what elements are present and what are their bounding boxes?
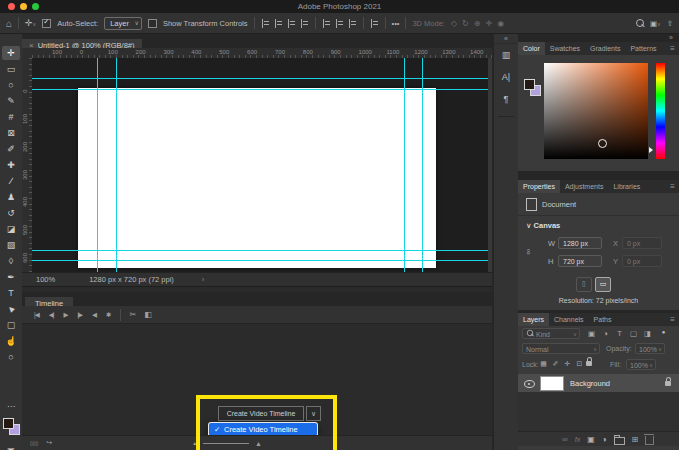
guide-horizontal[interactable] xyxy=(32,250,492,251)
transition-icon[interactable]: ◧ xyxy=(144,310,151,319)
hue-slider[interactable] xyxy=(656,63,665,159)
eyedropper-tool[interactable]: ✐ xyxy=(2,142,20,156)
type-tool[interactable]: T xyxy=(2,286,20,300)
timeline-settings-icon[interactable]: ✱ xyxy=(106,311,110,319)
filter-smart-objects-icon[interactable]: ◨ xyxy=(642,329,653,338)
guide-vertical[interactable] xyxy=(97,58,98,272)
paragraph-panel-icon[interactable]: ¶ xyxy=(494,88,518,110)
crop-tool[interactable]: # xyxy=(2,110,20,124)
tab-gradients[interactable]: Gradients xyxy=(585,42,625,55)
align-left-icon[interactable] xyxy=(261,19,270,28)
go-to-first-frame-icon[interactable]: |◀ xyxy=(34,311,39,319)
blur-tool[interactable]: ◊ xyxy=(2,254,20,268)
guide-vertical[interactable] xyxy=(116,58,117,272)
convert-to-frame-animation-icon[interactable]: ▯▯▯ xyxy=(30,440,38,446)
hue-slider-marker[interactable] xyxy=(649,147,653,153)
lock-all-icon[interactable] xyxy=(586,361,592,366)
quick-selection-tool[interactable]: ✎ xyxy=(2,94,20,108)
share-icon[interactable]: ⇧ xyxy=(667,19,673,28)
status-chevron-icon[interactable]: › xyxy=(202,275,205,284)
render-video-icon[interactable]: ↪ xyxy=(46,439,52,447)
align-top-icon[interactable] xyxy=(300,19,309,28)
quick-mask-icon[interactable]: ▣ xyxy=(2,444,20,450)
lock-artboard-icon[interactable]: ⊡ xyxy=(574,360,585,368)
fill-field[interactable]: 100%∨ xyxy=(626,359,656,370)
landscape-orientation-button[interactable]: ▭ xyxy=(595,277,611,292)
workspace-switcher[interactable]: ▣∨ xyxy=(650,19,661,28)
y-field[interactable]: 0 px xyxy=(622,255,662,267)
layer-filter-dropdown[interactable]: Kind∨ xyxy=(522,328,580,339)
width-field[interactable]: 1280 px xyxy=(558,237,602,249)
history-brush-tool[interactable]: ↺ xyxy=(2,206,20,220)
hand-tool[interactable]: ☝ xyxy=(2,334,20,348)
filter-pixel-layers-icon[interactable]: ▣ xyxy=(586,329,597,338)
filter-type-layers-icon[interactable]: T xyxy=(614,329,625,338)
zoom-level[interactable]: 100% xyxy=(36,275,55,284)
frame-tool[interactable]: ⊠ xyxy=(2,126,20,140)
panel-menu-icon[interactable]: ≡ xyxy=(670,313,679,326)
layer-name[interactable]: Background xyxy=(570,379,610,388)
guide-vertical[interactable] xyxy=(422,58,423,272)
tab-swatches[interactable]: Swatches xyxy=(545,42,585,55)
more-tools-button[interactable]: ⋯ xyxy=(2,400,20,414)
layer-mask-icon[interactable]: ▣ xyxy=(587,435,595,444)
mute-audio-icon[interactable]: ◀ xyxy=(92,311,96,319)
clone-stamp-tool[interactable]: ♟ xyxy=(2,190,20,204)
link-layers-icon[interactable]: ∞ xyxy=(562,435,568,444)
show-transform-checkbox[interactable] xyxy=(148,19,157,28)
distribute-spacing-icon[interactable] xyxy=(370,19,379,28)
more-options-button[interactable]: ••• xyxy=(392,19,400,28)
marquee-tool[interactable]: ▭ xyxy=(2,62,20,76)
tab-patterns[interactable]: Patterns xyxy=(625,42,661,55)
align-center-vertical-icon[interactable] xyxy=(322,19,331,28)
opacity-field[interactable]: 100%∨ xyxy=(635,343,665,354)
character-panel-icon[interactable]: A| xyxy=(494,66,518,88)
gradient-tool[interactable]: ▨ xyxy=(2,238,20,252)
guide-horizontal[interactable] xyxy=(32,89,492,90)
filter-shape-layers-icon[interactable]: ▢ xyxy=(628,329,639,338)
blend-mode-dropdown[interactable]: Normal∨ xyxy=(522,343,600,354)
pen-tool[interactable]: ✒ xyxy=(2,270,20,284)
portrait-orientation-button[interactable]: ▯ xyxy=(576,277,592,292)
guide-vertical[interactable] xyxy=(404,58,405,272)
layer-thumbnail[interactable] xyxy=(540,376,564,391)
canvas[interactable] xyxy=(78,88,436,268)
x-field[interactable]: 0 px xyxy=(622,237,662,249)
tab-libraries[interactable]: Libraries xyxy=(608,180,645,193)
healing-brush-tool[interactable]: ✚ xyxy=(2,158,20,172)
search-icon[interactable] xyxy=(636,19,644,27)
filter-pin-icon[interactable]: ● xyxy=(658,329,669,335)
link-dimensions-icon[interactable]: ∞ xyxy=(524,249,533,255)
auto-select-checkbox[interactable] xyxy=(42,19,51,28)
align-bottom-icon[interactable] xyxy=(335,19,344,28)
tab-adjustments[interactable]: Adjustments xyxy=(560,180,609,193)
color-field[interactable] xyxy=(544,63,648,159)
layer-visibility-eye-icon[interactable] xyxy=(524,380,535,388)
lasso-tool[interactable]: ○ xyxy=(2,78,20,92)
group-layers-icon[interactable] xyxy=(614,437,625,445)
layer-row-background[interactable]: Background xyxy=(518,374,679,392)
zoom-tool[interactable]: ○ xyxy=(2,350,20,364)
histogram-panel-icon[interactable]: ▥ xyxy=(494,44,518,66)
tab-paths[interactable]: Paths xyxy=(589,313,617,326)
expand-panels-icon[interactable]: « xyxy=(494,34,518,44)
collapse-panels-icon[interactable]: » xyxy=(669,34,673,42)
go-to-previous-frame-icon[interactable]: ◀| xyxy=(49,311,54,319)
align-right-icon[interactable] xyxy=(287,19,296,28)
layer-effects-icon[interactable]: fx xyxy=(575,436,580,443)
delete-layer-icon[interactable] xyxy=(645,436,654,445)
guide-horizontal[interactable] xyxy=(32,78,492,79)
brush-tool[interactable]: ∕ xyxy=(2,174,20,188)
canvas-section-chevron-icon[interactable]: ∨ xyxy=(526,221,532,230)
tab-properties[interactable]: Properties xyxy=(518,180,560,193)
align-center-horizontal-icon[interactable] xyxy=(274,19,283,28)
eraser-tool[interactable]: ◪ xyxy=(2,222,20,236)
move-tool[interactable]: ✛ xyxy=(2,46,20,60)
panel-menu-icon[interactable]: ≡ xyxy=(670,42,679,55)
lock-transparency-icon[interactable]: ▦ xyxy=(538,360,549,368)
play-icon[interactable]: ▶ xyxy=(63,311,67,319)
foreground-color-swatch-small[interactable] xyxy=(524,79,535,90)
foreground-color-swatch[interactable] xyxy=(3,418,14,429)
home-icon[interactable]: ⌂ xyxy=(6,18,12,29)
height-field[interactable]: 720 px xyxy=(558,255,602,267)
